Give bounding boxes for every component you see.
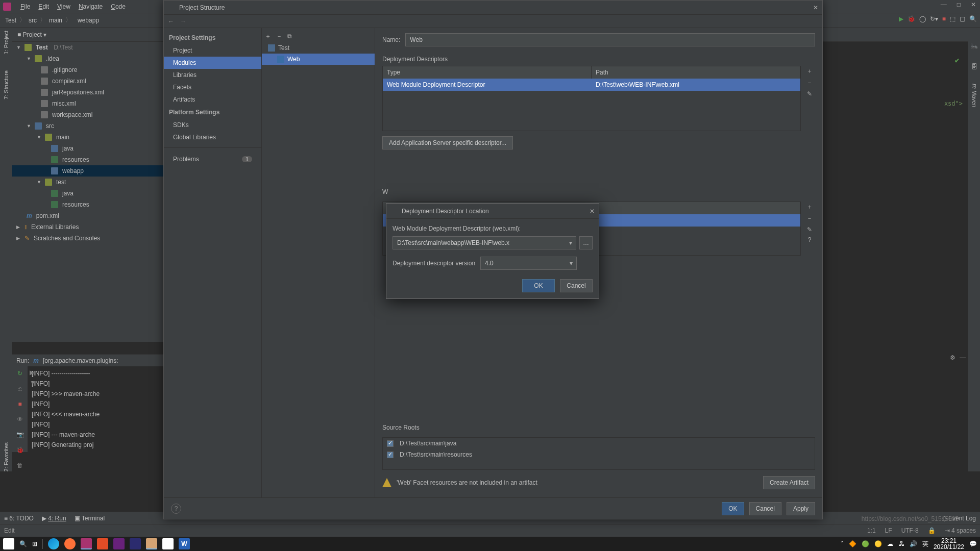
- tree-item[interactable]: resources: [62, 201, 89, 208]
- menu-code[interactable]: Code: [107, 3, 130, 10]
- tree-item[interactable]: workspace.xml: [52, 111, 92, 118]
- rerun-icon[interactable]: ↻: [17, 368, 22, 379]
- subdialog-titlebar[interactable]: Deployment Descriptor Location ✕: [386, 204, 599, 219]
- tree-root[interactable]: Test: [36, 44, 48, 51]
- remove-icon[interactable]: －: [806, 214, 813, 223]
- name-input[interactable]: [405, 33, 815, 46]
- edit-icon[interactable]: ✎: [807, 226, 812, 233]
- attach-icon[interactable]: ⎌: [18, 384, 22, 394]
- nav-global-lib[interactable]: Global Libraries: [164, 131, 261, 143]
- show-icon[interactable]: 👁: [17, 414, 23, 424]
- status-spaces[interactable]: ⇥ 4 spaces: [945, 527, 976, 534]
- debug-icon[interactable]: 🐞: [908, 15, 915, 22]
- version-select[interactable]: [480, 257, 566, 270]
- app-icon[interactable]: [97, 538, 108, 549]
- facet-web-item[interactable]: Web: [262, 54, 375, 65]
- minimize-icon[interactable]: —: [941, 1, 947, 8]
- edit-icon[interactable]: ✎: [807, 90, 812, 97]
- tree-item[interactable]: .idea: [46, 55, 59, 62]
- bottom-terminal[interactable]: ▣ Terminal: [75, 515, 105, 522]
- bc-item[interactable]: Test: [5, 17, 16, 24]
- stop-icon[interactable]: ■: [942, 15, 946, 22]
- back-icon[interactable]: ←: [168, 18, 174, 25]
- minimize-icon[interactable]: —: [960, 354, 966, 361]
- tree-item[interactable]: test: [56, 179, 66, 186]
- gutter-maven[interactable]: m Maven: [971, 84, 978, 107]
- tree-item-selected[interactable]: webapp: [62, 167, 84, 174]
- tree-item[interactable]: java: [62, 190, 74, 197]
- status-enc[interactable]: UTF-8: [901, 527, 919, 534]
- source-root-item[interactable]: D:\Test\src\main\resources: [400, 451, 472, 458]
- descriptor-path-input[interactable]: [393, 236, 565, 249]
- app-icon[interactable]: [146, 538, 157, 549]
- app-icon[interactable]: [130, 538, 141, 549]
- source-roots-list[interactable]: D:\Test\src\main\java D:\Test\src\main\r…: [382, 437, 815, 470]
- project-tree[interactable]: ▼Test D:\Test ▼.idea .gitignore compiler…: [12, 42, 163, 342]
- browse-button[interactable]: …: [579, 236, 593, 249]
- add-descriptor-button[interactable]: Add Application Server specific descript…: [382, 136, 513, 149]
- tree-item[interactable]: resources: [62, 156, 89, 163]
- search-icon[interactable]: 🔍: [19, 540, 27, 547]
- tree-item[interactable]: src: [46, 122, 54, 130]
- col-type[interactable]: Type: [383, 66, 592, 79]
- bottom-todo[interactable]: ≡ 6: TODO: [4, 515, 34, 522]
- taskview-icon[interactable]: ⊞: [32, 540, 37, 547]
- nav-facets[interactable]: Facets: [164, 81, 261, 93]
- dialog-titlebar[interactable]: Project Structure ✕: [164, 1, 822, 15]
- console-output[interactable]: ↻ ⎌ ■ 👁 📷 🐞 🗑 ▶▼ [INFO] ----------------…: [12, 366, 163, 452]
- tray-cloud-icon[interactable]: ☁: [887, 540, 893, 547]
- checkbox[interactable]: [387, 452, 394, 458]
- bc-item[interactable]: webapp: [78, 17, 99, 24]
- tree-item[interactable]: java: [62, 145, 74, 152]
- notifications-icon[interactable]: 💬: [969, 540, 977, 547]
- col-path[interactable]: Path: [592, 66, 800, 79]
- forward-icon[interactable]: →: [180, 18, 186, 25]
- checkbox[interactable]: [387, 440, 394, 447]
- gear-icon[interactable]: ⚙: [950, 354, 955, 361]
- coverage-icon[interactable]: ◯: [919, 15, 926, 22]
- bug-icon[interactable]: 🐞: [16, 445, 24, 455]
- menu-file[interactable]: File: [16, 3, 34, 10]
- add-icon[interactable]: ＋: [806, 67, 813, 76]
- tree-item[interactable]: Scratches and Consoles: [34, 235, 100, 242]
- vs-icon[interactable]: [113, 538, 125, 549]
- tray-network-icon[interactable]: 🖧: [898, 540, 904, 547]
- intellij-icon[interactable]: [81, 538, 92, 549]
- firefox-icon[interactable]: [64, 538, 76, 549]
- tree-item[interactable]: compiler.xml: [52, 78, 86, 85]
- status-lf[interactable]: LF: [885, 527, 892, 534]
- remove-icon[interactable]: －: [806, 79, 813, 87]
- close-icon[interactable]: ✕: [813, 4, 818, 11]
- module-item[interactable]: Test: [262, 42, 375, 54]
- word-icon[interactable]: W: [179, 538, 190, 549]
- tree-item[interactable]: jarRepositories.xml: [52, 89, 104, 96]
- table-row[interactable]: Web Module Deployment Descriptor D:\Test…: [383, 79, 800, 91]
- ok-button[interactable]: OK: [722, 502, 744, 515]
- dropdown-icon[interactable]: ▾: [566, 257, 577, 270]
- help-icon[interactable]: ?: [171, 504, 181, 514]
- nav-sdks[interactable]: SDKs: [164, 119, 261, 131]
- close-icon[interactable]: ✕: [590, 208, 595, 215]
- tray-volume-icon[interactable]: 🔊: [910, 540, 917, 547]
- tray-icon[interactable]: 🟡: [874, 540, 882, 547]
- menu-edit[interactable]: Edit: [34, 3, 53, 10]
- camera-icon[interactable]: 📷: [16, 430, 24, 440]
- maximize-icon[interactable]: □: [957, 1, 961, 8]
- ant-icon[interactable]: 🐜: [970, 43, 978, 50]
- tree-item[interactable]: External Libraries: [31, 223, 79, 231]
- nav-problems[interactable]: Problems 1: [164, 152, 261, 166]
- start-icon[interactable]: [3, 538, 14, 549]
- tree-item[interactable]: main: [56, 134, 69, 141]
- add-icon[interactable]: ＋: [806, 203, 813, 211]
- gutter-favorites[interactable]: 2: Favorites: [3, 442, 9, 471]
- tray-chevron-icon[interactable]: ˄: [841, 540, 844, 547]
- profile-icon[interactable]: ↻▾: [930, 15, 938, 22]
- project-tool-title[interactable]: ■ Project ▾: [17, 31, 46, 38]
- remove-icon[interactable]: －: [276, 32, 282, 41]
- app-icon[interactable]: [162, 538, 174, 549]
- create-artifact-button[interactable]: Create Artifact: [763, 476, 815, 489]
- nav-artifacts[interactable]: Artifacts: [164, 93, 261, 106]
- bottom-run[interactable]: ▶ 4: Run: [42, 515, 66, 522]
- cancel-button[interactable]: Cancel: [749, 502, 781, 515]
- window-icon[interactable]: ▢: [960, 15, 965, 22]
